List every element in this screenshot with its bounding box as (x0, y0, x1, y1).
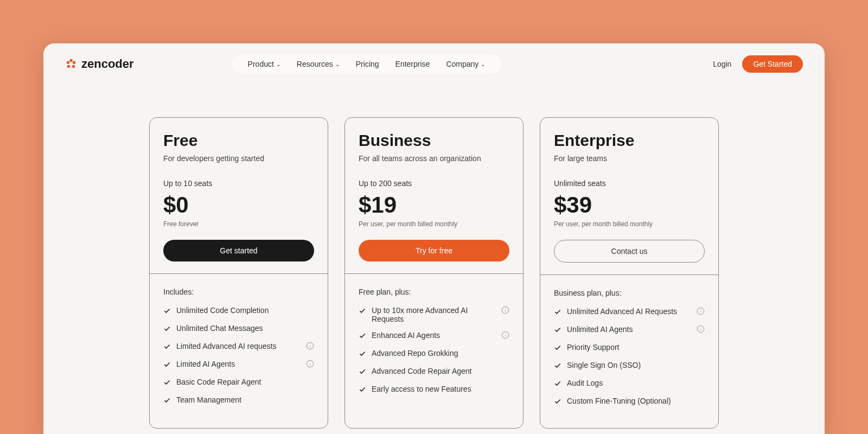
info-icon[interactable] (306, 342, 314, 352)
feature-item: Advanced Code Repair Agent (359, 367, 509, 377)
chevron-down-icon: ⌄ (335, 61, 340, 67)
plan-billing: Per user, per month billed monthly (554, 220, 705, 228)
feature-text: Unlimited Advanced AI Requests (567, 307, 689, 316)
plan-cta-button[interactable]: Try for free (359, 240, 509, 261)
check-icon (163, 343, 171, 352)
feature-item: Up to 10x more Advanced AI Requests (359, 306, 509, 323)
chevron-down-icon: ⌄ (481, 61, 485, 67)
feature-text: Basic Code Repair Agent (176, 378, 314, 386)
plan-seats: Up to 10 seats (163, 179, 314, 188)
info-icon[interactable] (501, 331, 509, 341)
card-bottom: Free plan, plus:Up to 10x more Advanced … (345, 273, 523, 416)
feature-item: Limited Advanced AI requests (163, 342, 314, 352)
check-icon (554, 380, 561, 389)
plan-seats: Up to 200 seats (359, 179, 509, 188)
plan-desc: For large teams (554, 154, 705, 163)
plan-desc: For developers getting started (163, 154, 314, 163)
info-icon[interactable] (697, 325, 705, 335)
check-icon (359, 332, 366, 341)
svg-point-2 (72, 65, 75, 68)
feature-text: Limited AI Agents (176, 360, 298, 368)
check-icon (554, 398, 561, 407)
check-icon (554, 344, 561, 353)
feature-text: Advanced Code Repair Agent (372, 367, 509, 375)
feature-item: Advanced Repo Grokking (359, 349, 509, 359)
feature-item: Unlimited Chat Messages (163, 324, 314, 334)
logo[interactable]: zencoder (65, 57, 134, 71)
check-icon (163, 379, 171, 388)
nav-item-enterprise[interactable]: Enterprise (395, 60, 430, 68)
info-icon[interactable] (501, 306, 509, 316)
check-icon (163, 307, 171, 316)
feature-text: Enhanced AI Agents (372, 331, 494, 340)
pricing-card-enterprise: EnterpriseFor large teamsUnlimited seats… (540, 117, 719, 429)
main-nav: Product⌄Resources⌄PricingEnterpriseCompa… (232, 54, 502, 74)
includes-label: Free plan, plus: (359, 288, 509, 296)
feature-text: Limited Advanced AI requests (176, 342, 298, 350)
card-top: EnterpriseFor large teamsUnlimited seats… (540, 118, 718, 275)
feature-item: Enhanced AI Agents (359, 331, 509, 341)
feature-text: Unlimited AI Agents (567, 325, 689, 334)
feature-text: Early access to new Features (372, 385, 509, 393)
check-icon (554, 326, 561, 335)
outer-frame: zencoder Product⌄Resources⌄PricingEnterp… (11, 11, 857, 434)
card-top: BusinessFor all teams across an organiza… (345, 118, 523, 273)
app-window: zencoder Product⌄Resources⌄PricingEnterp… (43, 43, 825, 434)
feature-text: Audit Logs (567, 379, 705, 387)
feature-item: Custom Fine-Tuning (Optional) (554, 397, 705, 407)
feature-item: Unlimited Advanced AI Requests (554, 307, 705, 317)
pricing-card-business: BusinessFor all teams across an organiza… (344, 117, 524, 429)
nav-item-resources[interactable]: Resources⌄ (297, 60, 340, 68)
feature-item: Basic Code Repair Agent (163, 378, 314, 388)
info-icon[interactable] (697, 307, 705, 317)
chevron-down-icon: ⌄ (276, 61, 280, 67)
header: zencoder Product⌄Resources⌄PricingEnterp… (43, 43, 825, 85)
plan-name: Enterprise (554, 131, 705, 150)
check-icon (163, 325, 171, 334)
feature-text: Team Management (176, 395, 314, 404)
get-started-button[interactable]: Get Started (742, 55, 803, 73)
feature-item: Single Sign On (SSO) (554, 361, 705, 371)
card-top: FreeFor developers getting startedUp to … (150, 118, 328, 273)
nav-item-product[interactable]: Product⌄ (248, 60, 280, 68)
plan-billing: Per user, per month billed monthly (359, 220, 509, 228)
logo-icon (65, 58, 77, 70)
login-link[interactable]: Login (713, 60, 731, 68)
check-icon (359, 350, 366, 359)
check-icon (359, 307, 366, 316)
feature-item: Priority Support (554, 343, 705, 353)
includes-label: Includes: (163, 288, 314, 296)
check-icon (359, 368, 366, 377)
info-icon[interactable] (306, 360, 314, 369)
feature-item: Limited AI Agents (163, 360, 314, 370)
feature-text: Custom Fine-Tuning (Optional) (567, 397, 705, 405)
feature-text: Unlimited Code Completion (176, 306, 314, 315)
check-icon (163, 397, 171, 406)
feature-item: Early access to new Features (359, 385, 509, 395)
header-right: Login Get Started (713, 55, 803, 73)
plan-cta-button[interactable]: Get started (163, 240, 314, 261)
check-icon (163, 361, 171, 370)
plan-cta-button[interactable]: Contact us (554, 240, 705, 263)
check-icon (554, 362, 561, 371)
feature-text: Up to 10x more Advanced AI Requests (372, 306, 494, 323)
feature-text: Unlimited Chat Messages (176, 324, 314, 333)
feature-text: Single Sign On (SSO) (567, 361, 705, 369)
nav-item-pricing[interactable]: Pricing (356, 60, 379, 68)
svg-point-4 (67, 61, 70, 65)
pricing-grid: FreeFor developers getting startedUp to … (43, 85, 825, 434)
plan-seats: Unlimited seats (554, 179, 705, 188)
plan-name: Free (163, 131, 314, 150)
plan-price: $19 (359, 192, 509, 218)
check-icon (554, 308, 561, 317)
svg-point-1 (73, 61, 76, 65)
pricing-card-free: FreeFor developers getting startedUp to … (149, 117, 328, 429)
card-bottom: Includes:Unlimited Code CompletionUnlimi… (150, 273, 328, 427)
feature-text: Advanced Repo Grokking (372, 349, 509, 358)
nav-item-company[interactable]: Company⌄ (446, 60, 485, 68)
plan-price: $39 (554, 192, 705, 218)
svg-point-3 (67, 65, 71, 68)
plan-price: $0 (163, 192, 314, 218)
plan-desc: For all teams across an organization (359, 154, 509, 163)
svg-point-0 (69, 59, 73, 62)
